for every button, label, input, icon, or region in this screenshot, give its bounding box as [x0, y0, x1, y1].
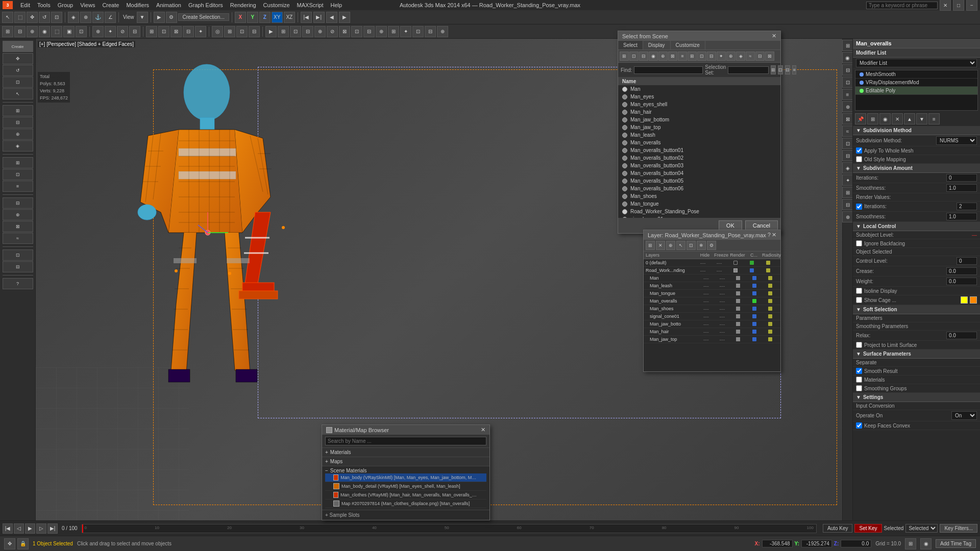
- snap-toggle[interactable]: ⚓: [92, 12, 104, 23]
- array-btn[interactable]: ⊞: [3, 157, 33, 168]
- select-icon14[interactable]: ≈: [746, 52, 755, 61]
- list-item-man-overalls-btn03[interactable]: Man_overalls_button03: [618, 162, 780, 169]
- mat-item-man-body-detail[interactable]: Man_body_detail (VRayMtl) [Man_eyes_shel…: [325, 482, 486, 491]
- scale-tool[interactable]: ⊡: [51, 12, 62, 23]
- layer-freeze-obj[interactable]: ❄: [697, 241, 706, 250]
- tb2-btn13[interactable]: ⊡: [158, 26, 169, 37]
- layer-item-man-hair[interactable]: Man_hair ---- ----: [644, 328, 780, 336]
- move-tool[interactable]: ✥: [27, 12, 38, 23]
- tb2-btn15[interactable]: ⊟: [183, 26, 194, 37]
- menu-modifiers[interactable]: Modifiers: [122, 1, 153, 9]
- layer-item-man[interactable]: Man ---- ----: [644, 274, 780, 282]
- help-btn[interactable]: ?: [3, 278, 33, 289]
- stop-btn[interactable]: ▶|: [313, 12, 325, 23]
- isoline-check[interactable]: [856, 288, 862, 294]
- mini-btn4[interactable]: ⊡: [842, 77, 853, 88]
- subdivision-amount-header[interactable]: ▼ Subdivision Amount: [853, 164, 980, 173]
- smoothing-groups-check[interactable]: [856, 385, 862, 391]
- tb2-btn12[interactable]: ⊞: [146, 26, 157, 37]
- material-btn[interactable]: ◈: [3, 140, 33, 152]
- angle-snap[interactable]: ∠: [105, 12, 116, 23]
- render-smoothness-val[interactable]: [946, 213, 977, 220]
- mini-btn7[interactable]: ⊠: [842, 113, 853, 124]
- list-item-man-overalls-btn02[interactable]: Man_overalls_button02: [618, 154, 780, 162]
- search-input[interactable]: [866, 2, 938, 9]
- tb2-btn4[interactable]: ◉: [39, 26, 50, 37]
- layer-dialog-title[interactable]: Layer: Road_Worker_Standing_Pose_vray.ma…: [644, 230, 780, 240]
- tb2-btn9[interactable]: ✦: [105, 26, 116, 37]
- ignore-backfacing-check[interactable]: [856, 240, 862, 246]
- mirror-btn[interactable]: ⊡: [3, 169, 33, 180]
- sel-set-btn3[interactable]: ⊟: [785, 65, 790, 74]
- tb2-btn5[interactable]: ⬚: [51, 26, 62, 37]
- curve-editor[interactable]: ≈: [3, 233, 33, 244]
- maps-section[interactable]: +Maps: [322, 457, 489, 466]
- smooth-result-check[interactable]: [856, 368, 862, 374]
- tb2-btn20[interactable]: ⊟: [249, 26, 260, 37]
- render-btn13[interactable]: ⊡: [412, 26, 424, 37]
- view-btn[interactable]: ▼: [137, 12, 148, 23]
- layer-select[interactable]: ↖: [676, 241, 685, 250]
- menu-help[interactable]: Help: [327, 1, 346, 9]
- list-item-man-overalls-btn06[interactable]: Man_overalls_button06: [618, 185, 780, 192]
- scene-object-list[interactable]: Man Man_eyes Man_eyes_shell Man_hair Man…: [618, 85, 780, 218]
- select-icon15[interactable]: ⊟: [755, 52, 765, 61]
- surface-params-header[interactable]: ▼ Surface Parameters: [853, 349, 980, 359]
- select-tool[interactable]: ↖: [2, 12, 13, 23]
- tb2-btn2[interactable]: ⊟: [14, 26, 26, 37]
- collapse-btn[interactable]: ⊟: [3, 261, 33, 272]
- select-icon5[interactable]: ⊕: [658, 52, 668, 61]
- materials-check[interactable]: [856, 377, 862, 383]
- layer-settings[interactable]: ⚙: [707, 241, 716, 250]
- render-btn12[interactable]: ✦: [400, 26, 411, 37]
- next-frame[interactable]: ▶: [339, 12, 350, 23]
- layer-item-man-shoes[interactable]: Man_shoes ---- ----: [644, 305, 780, 313]
- select-region[interactable]: ⬚: [14, 12, 26, 23]
- add-time-tag-btn[interactable]: Add Time Tag: [936, 539, 976, 548]
- move-btn-side[interactable]: ✥: [3, 53, 33, 64]
- mod-movedown[interactable]: ▼: [916, 113, 927, 124]
- select-icon12[interactable]: ⊕: [726, 52, 736, 61]
- render-btn5[interactable]: ⊕: [314, 26, 326, 37]
- select-icon16[interactable]: ⊠: [765, 52, 774, 61]
- layer-btn[interactable]: ⊟: [3, 197, 33, 209]
- axis-x-btn[interactable]: X: [235, 12, 246, 23]
- render-btn10[interactable]: ⊕: [376, 26, 387, 37]
- reference-coord[interactable]: ◈: [68, 12, 79, 23]
- menu-maxscript[interactable]: MAXScript: [293, 1, 327, 9]
- bind-btn[interactable]: ⊕: [3, 129, 33, 140]
- list-item-man-overalls-btn04[interactable]: Man_overalls_button04: [618, 169, 780, 177]
- mini-btn13[interactable]: ⊞: [842, 187, 853, 198]
- crease-val[interactable]: [946, 267, 977, 275]
- minimize-btn[interactable]: −: [966, 0, 977, 11]
- render-btn6[interactable]: ⊘: [327, 26, 338, 37]
- list-item-man-overalls-btn05[interactable]: Man_overalls_button05: [618, 177, 780, 185]
- tab-select[interactable]: Select: [618, 41, 643, 49]
- layer-item-default[interactable]: 0 (default) ---- ----: [644, 259, 780, 267]
- pivot-center[interactable]: ⊕: [80, 12, 91, 23]
- play-anim[interactable]: ▶: [25, 523, 35, 534]
- unlink-btn[interactable]: ⊟: [3, 117, 33, 128]
- select-icon8[interactable]: ⊞: [688, 52, 697, 61]
- list-item-man-shoes[interactable]: Man_shoes: [618, 192, 780, 200]
- schematic-btn[interactable]: ⊠: [3, 221, 33, 232]
- list-item-man-eyes-shell[interactable]: Man_eyes_shell: [618, 101, 780, 108]
- menu-graph-editors[interactable]: Graph Editors: [185, 1, 227, 9]
- mini-btn12[interactable]: ✦: [842, 174, 853, 186]
- go-start[interactable]: |◀: [3, 523, 13, 534]
- old-style-check[interactable]: [856, 156, 862, 162]
- menu-create[interactable]: Create: [99, 1, 122, 9]
- layer-item-man-jaw-top[interactable]: Man_jaw_top ---- ----: [644, 336, 780, 343]
- mat-item-man-clothes[interactable]: Man_clothes (VRayMtl) [Man_hair, Man_ove…: [325, 491, 486, 499]
- soft-selection-header[interactable]: ▼ Soft Selection: [853, 305, 980, 314]
- selection-set-input[interactable]: [728, 66, 769, 74]
- tb2-btn18[interactable]: ⊞: [224, 26, 235, 37]
- status-lock-icon[interactable]: 🔒: [17, 538, 29, 549]
- layer-item-road-work[interactable]: Road_Work...nding ---- ----: [644, 267, 780, 274]
- menu-animation[interactable]: Animation: [153, 1, 185, 9]
- next-key[interactable]: ▷: [36, 523, 46, 534]
- materials-section[interactable]: +Materials: [322, 448, 489, 457]
- go-end[interactable]: ▶|: [47, 523, 58, 534]
- control-level-val[interactable]: [957, 257, 977, 265]
- maximize-btn[interactable]: □: [953, 0, 964, 11]
